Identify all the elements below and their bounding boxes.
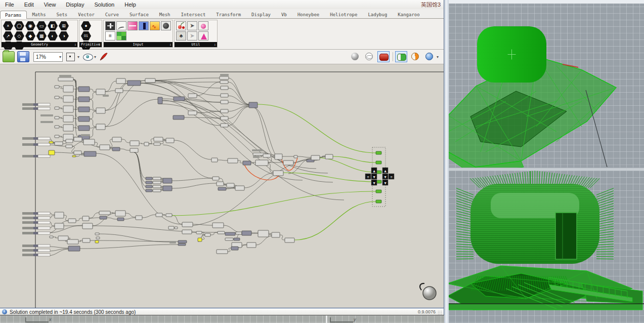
gh-node[interactable] (78, 87, 90, 92)
slider-bar[interactable] (22, 232, 33, 234)
slider-grip[interactable] (33, 103, 38, 106)
gh-node[interactable] (78, 107, 90, 112)
rhino-perspective-viewport[interactable] (449, 0, 644, 168)
gh-node[interactable] (68, 219, 76, 223)
gh-node[interactable] (144, 142, 149, 146)
gh-node[interactable] (63, 96, 73, 102)
gh-node[interactable] (212, 177, 219, 180)
gh-node[interactable] (130, 148, 138, 152)
half-preview-button[interactable] (409, 51, 421, 62)
menu-item-edit[interactable]: Edit (19, 0, 39, 9)
gh-node[interactable] (55, 107, 59, 109)
gh-node[interactable] (68, 246, 80, 251)
gh-node[interactable] (198, 238, 202, 241)
gh-node[interactable] (273, 171, 283, 176)
gh-node[interactable] (258, 230, 269, 237)
gh-node[interactable] (235, 186, 244, 190)
gh-node[interactable] (153, 185, 161, 188)
gh-node[interactable] (228, 158, 238, 163)
geometry-icon[interactable]: ◑ (59, 31, 69, 41)
gh-node[interactable] (55, 212, 64, 218)
gh-node[interactable] (178, 244, 186, 246)
gh-node[interactable] (50, 236, 53, 238)
data-dam-icon[interactable]: ➤ (187, 31, 197, 41)
gh-node[interactable] (146, 177, 152, 180)
gh-node[interactable] (59, 75, 71, 77)
gh-node[interactable] (220, 76, 229, 79)
gh-node[interactable] (225, 232, 235, 235)
chevron-down-icon[interactable]: ▾ (94, 55, 96, 59)
tab-mesh[interactable]: Mesh (154, 11, 176, 18)
slider-grip[interactable] (33, 221, 38, 224)
zoom-level-dropdown[interactable]: 17% ▾ (33, 52, 63, 62)
gh-node[interactable] (55, 126, 59, 128)
tab-maths[interactable]: Maths (27, 11, 51, 18)
gh-node[interactable] (96, 124, 105, 130)
gh-node[interactable] (112, 137, 121, 142)
gh-node[interactable] (236, 232, 242, 234)
slider-value[interactable] (38, 221, 50, 224)
gh-node[interactable] (168, 226, 174, 229)
gh-node[interactable] (253, 156, 260, 158)
group-expand-icon[interactable]: ↓ (99, 43, 101, 47)
gh-node[interactable] (115, 89, 123, 93)
tree-icon[interactable]: ♣ (176, 31, 186, 41)
gh-node-selected[interactable] (376, 200, 381, 203)
gh-node[interactable] (163, 178, 172, 183)
gh-node[interactable] (72, 155, 76, 157)
gh-node[interactable] (55, 223, 64, 229)
brep-icon[interactable]: ◧ (48, 21, 58, 30)
gh-node[interactable] (221, 116, 228, 120)
gh-node[interactable] (58, 77, 73, 81)
tab-curve[interactable]: Curve (100, 11, 124, 18)
wireframe-preview-button[interactable] (363, 51, 375, 62)
knob-icon[interactable] (161, 21, 171, 30)
gh-node[interactable] (255, 160, 268, 166)
slider-value[interactable] (38, 107, 50, 110)
gh-node[interactable] (234, 238, 240, 240)
shaded-preview-button[interactable] (377, 51, 390, 62)
slider-value[interactable] (38, 137, 50, 140)
slider-bar[interactable] (22, 107, 33, 110)
gh-node[interactable] (225, 238, 233, 240)
gh-node[interactable] (182, 222, 193, 227)
slider-value[interactable] (38, 155, 50, 157)
gh-node[interactable] (221, 124, 228, 127)
gh-node[interactable] (249, 102, 257, 108)
preview-button[interactable] (82, 52, 93, 62)
gh-node[interactable] (66, 145, 72, 148)
gh-node[interactable] (283, 160, 293, 165)
gh-node[interactable] (294, 155, 297, 158)
gh-node[interactable] (285, 238, 294, 243)
gh-node[interactable] (66, 139, 73, 143)
gh-node[interactable] (49, 141, 53, 143)
slider-bar[interactable] (22, 249, 33, 252)
menu-item-solution[interactable]: Solution (89, 0, 119, 9)
window-divider[interactable] (444, 0, 449, 323)
gh-node[interactable] (311, 155, 320, 160)
document-preview-button[interactable] (423, 51, 436, 62)
panel-icon[interactable]: ≡ (105, 31, 115, 41)
group-expand-icon[interactable]: ↓ (74, 43, 76, 47)
node-canvas[interactable]: ≡▲▼▼▲▼▼≡ (0, 64, 444, 308)
gh-node[interactable] (221, 100, 228, 104)
gh-node[interactable] (221, 109, 228, 113)
slider-bar[interactable] (22, 137, 33, 140)
slider-grip[interactable] (33, 232, 38, 234)
tab-vb[interactable]: Vb (276, 11, 292, 18)
slider-bar[interactable] (22, 221, 33, 224)
menu-item-file[interactable]: File (0, 0, 19, 9)
gh-node[interactable] (84, 151, 96, 156)
slider-value[interactable] (38, 217, 50, 219)
gh-node[interactable] (220, 80, 228, 84)
box-icon[interactable]: ◆ (25, 31, 35, 41)
gh-node[interactable] (242, 231, 251, 235)
tab-transform[interactable]: Transform (211, 11, 246, 18)
gh-node[interactable] (188, 111, 197, 115)
circle-icon[interactable]: ◯ (14, 21, 24, 30)
gh-node[interactable] (182, 230, 192, 234)
slider-value[interactable] (38, 227, 50, 229)
tab-intersect[interactable]: Intersect (176, 11, 211, 18)
gh-node[interactable] (55, 142, 63, 145)
slider-grip[interactable] (33, 227, 38, 229)
